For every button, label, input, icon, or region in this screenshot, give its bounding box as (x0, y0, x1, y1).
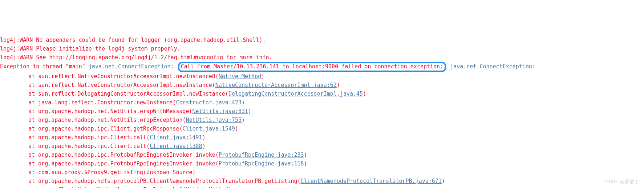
warn-text: log4j:WARN Please initialize the log4j s… (0, 45, 181, 52)
stack-frame: at sun.reflect.DelegatingConstructorAcce… (0, 89, 644, 98)
close-paren: ) (242, 99, 245, 106)
log-line-warn: log4j:WARN Please initialize the log4j s… (0, 44, 644, 53)
stack-frame: at org.apache.hadoop.ipc.Client.call(Cli… (0, 142, 644, 151)
source-link[interactable]: NetUtils.java:755 (186, 117, 242, 123)
log-line-exception: Exception in thread "main" java.net.Conn… (0, 62, 644, 72)
stack-at-text: at sun.reflect.NativeConstructorAccessor… (28, 73, 219, 80)
close-paren: ) (337, 82, 340, 88)
close-paren: ) (202, 143, 206, 149)
space (447, 63, 450, 70)
close-paren: ) (304, 152, 307, 158)
close-paren: ) (261, 73, 264, 80)
close-paren: ) (202, 134, 206, 141)
colon: : (171, 63, 177, 70)
stack-at-text: at com.sun.proxy.$Proxy9.getListing(Unkn… (28, 169, 196, 176)
stack-frame: at org.apache.hadoop.hdfs.protocolPB.Cli… (0, 177, 644, 185)
stack-frame: at sun.reflect.NativeConstructorAccessor… (0, 81, 644, 89)
stack-at-text: at org.apache.hadoop.ipc.ProtobufRpcEngi… (28, 160, 219, 167)
stack-at-text: at sun.reflect.DelegatingConstructorAcce… (28, 91, 228, 97)
exception-class-link[interactable]: java.net.ConnectException (89, 63, 171, 70)
source-link[interactable]: Client.java:1549 (182, 125, 235, 132)
source-link[interactable]: Native Method (186, 187, 228, 188)
stack-at-text: at org.apache.hadoop.hdfs.protocolPB.Cli… (28, 178, 301, 184)
colon: : (532, 63, 535, 70)
exception-prefix: Exception in thread "main" (0, 63, 89, 70)
highlighted-message: Call From Master/10.13.236.141 to localh… (178, 62, 446, 72)
stack-frame: at com.sun.proxy.$Proxy9.getListing(Unkn… (0, 168, 644, 177)
source-link[interactable]: ProtobufRpcEngine.java:233 (219, 152, 304, 158)
close-paren: ) (363, 91, 366, 97)
log-line-warn: log4j:WARN No appenders could be found f… (0, 36, 644, 44)
stack-frame: at org.apache.hadoop.net.NetUtils.wrapWi… (0, 107, 644, 116)
stack-at-text: at org.apache.hadoop.net.NetUtils.wrapWi… (28, 108, 193, 115)
stack-at-text: at sun.reflect.NativeMethodAccessorImpl.… (28, 187, 186, 188)
stack-frame: at org.apache.hadoop.ipc.Client.getRpcRe… (0, 124, 644, 133)
source-link[interactable]: Client.java:1491 (150, 134, 202, 141)
source-link[interactable]: NativeConstructorAccessorImpl.java:62 (215, 82, 337, 88)
close-paren: ) (304, 160, 307, 167)
exception-class-link[interactable]: java.net.ConnectException (450, 63, 532, 70)
stack-frame: at sun.reflect.NativeMethodAccessorImpl.… (0, 185, 644, 188)
stack-at-text: at org.apache.hadoop.ipc.ProtobufRpcEngi… (28, 152, 219, 158)
highlighted-text: Call From Master/10.13.236.141 to localh… (181, 63, 443, 70)
stack-frame: at org.apache.hadoop.ipc.ProtobufRpcEngi… (0, 159, 644, 168)
source-link[interactable]: ClientNamenodeProtocolTranslatorPB.java:… (301, 178, 442, 184)
stack-at-text: at org.apache.hadoop.ipc.Client.call( (28, 143, 150, 149)
source-link[interactable]: DelegatingConstructorAccessorImpl.java:4… (228, 91, 363, 97)
stack-at-text: at org.apache.hadoop.ipc.Client.getRpcRe… (28, 125, 182, 132)
stack-frame: at java.lang.reflect.Constructor.newInst… (0, 98, 644, 107)
log-output: log4j:WARN No appenders could be found f… (0, 36, 644, 188)
source-link[interactable]: Native Method (219, 73, 261, 80)
stack-at-text: at sun.reflect.NativeConstructorAccessor… (28, 82, 215, 88)
stack-frame: at org.apache.hadoop.ipc.Client.call(Cli… (0, 133, 644, 142)
stack-frame: at org.apache.hadoop.net.NetUtils.wrapEx… (0, 116, 644, 124)
close-paren: ) (228, 187, 232, 188)
stack-at-text: at java.lang.reflect.Constructor.newInst… (28, 99, 176, 106)
close-paren: ) (442, 178, 445, 184)
close-paren: ) (248, 108, 251, 115)
close-paren: ) (235, 125, 238, 132)
stack-frame: at org.apache.hadoop.ipc.ProtobufRpcEngi… (0, 151, 644, 159)
source-link[interactable]: ProtobufRpcEngine.java:118 (219, 160, 304, 167)
stack-at-text: at org.apache.hadoop.net.NetUtils.wrapEx… (28, 117, 186, 123)
close-paren: ) (242, 117, 245, 123)
source-link[interactable]: Constructor.java:423 (176, 99, 242, 106)
source-link[interactable]: NetUtils.java:831 (193, 108, 248, 115)
source-link[interactable]: Client.java:1388 (150, 143, 202, 149)
log-line-warn: log4j:WARN See http://logging.apache.org… (0, 53, 644, 62)
stack-frame: at sun.reflect.NativeConstructorAccessor… (0, 72, 644, 81)
warn-text: log4j:WARN See http://logging.apache.org… (0, 54, 272, 61)
warn-text: log4j:WARN No appenders could be found f… (0, 37, 266, 43)
stack-at-text: at org.apache.hadoop.ipc.Client.call( (28, 134, 150, 141)
